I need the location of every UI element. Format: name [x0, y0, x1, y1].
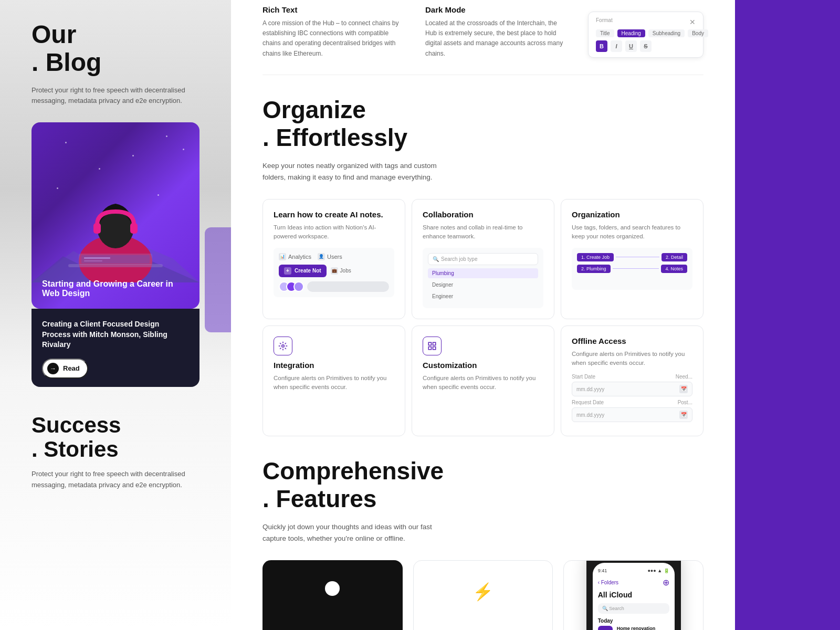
- request-date-field[interactable]: mm.dd.yyyy 📅: [572, 407, 692, 422]
- iphone-note-icon: [598, 626, 613, 630]
- engineer-label: Engineer: [432, 293, 453, 299]
- comprehensive-description: Quickly jot down your thoughts and ideas…: [262, 521, 452, 545]
- iphone-status-bar: 9:41 ●●● ▲ 🔋: [598, 568, 669, 573]
- svg-rect-15: [428, 346, 431, 349]
- integration-icon: [274, 337, 292, 355]
- collaboration-mockup: 🔍 Search job type Plumbing Designer Engi…: [423, 248, 543, 308]
- italic-button[interactable]: I: [611, 40, 622, 52]
- ai-notes-mockup: 📊 Analytics 👤 Users + Create Not: [274, 248, 394, 297]
- ai-notes-card: Learn how to create AI notes. Turn Ideas…: [262, 199, 405, 319]
- top-features-row: Rich Text A core mission of the Hub – to…: [262, 0, 704, 75]
- start-date-field[interactable]: mm.dd.yyyy 📅: [572, 382, 692, 396]
- iphone-action-icon[interactable]: ⊕: [663, 578, 669, 587]
- collab-search[interactable]: 🔍 Search job type: [428, 253, 538, 265]
- organize-description: Keep your notes neatly organized with ta…: [262, 160, 452, 184]
- success-title: Success . Stories: [32, 413, 200, 461]
- customization-description: Configure alerts on Primitives to notify…: [423, 374, 543, 392]
- flow-step-2: 2. Detail: [662, 253, 687, 261]
- customization-icon: [423, 337, 442, 355]
- comprehensive-title: Comprehensive . Features: [262, 457, 704, 513]
- lightning-icon: ⚡: [472, 582, 494, 602]
- simplicity-dot: [325, 581, 340, 596]
- iphone-screen: 9:41 ●●● ▲ 🔋 ‹ Folders ⊕ All iCloud 🔍 Se…: [593, 563, 675, 630]
- underline-button[interactable]: U: [625, 40, 637, 52]
- organization-card: Organization Use tags, folders, and sear…: [561, 199, 704, 319]
- create-note-button[interactable]: + Create Not: [279, 265, 327, 277]
- svg-point-11: [282, 344, 285, 347]
- post-label: Post...: [678, 400, 692, 405]
- iphone-note-item[interactable]: Home renovation project 9:41 AM · Projec…: [598, 626, 669, 630]
- collab-engineer[interactable]: Engineer: [428, 291, 538, 301]
- person-illustration: [58, 177, 173, 282]
- request-date-label: Request Date: [572, 400, 604, 405]
- iphone-title: All iCloud: [598, 591, 669, 599]
- start-date-label: Start Date: [572, 374, 595, 380]
- arrow-circle-icon: →: [47, 363, 59, 374]
- flow-step-4: 4. Notes: [661, 265, 687, 273]
- iphone-nav: ‹ Folders ⊕: [598, 578, 669, 587]
- title-tab[interactable]: Title: [596, 29, 614, 37]
- iphone-folders-label: Folders: [601, 580, 618, 585]
- format-buttons: B I U S: [596, 40, 696, 52]
- analytics-nav-item: 📊 Analytics: [279, 253, 311, 260]
- iphone-search-bar[interactable]: 🔍 Search: [598, 603, 669, 614]
- close-icon[interactable]: ✕: [689, 18, 696, 26]
- collab-plumbing[interactable]: Plumbing: [428, 268, 538, 278]
- blog-title-line2: . Blog: [32, 48, 101, 76]
- subheading-tab[interactable]: Subheading: [648, 29, 685, 37]
- analytics-icon: 📊: [279, 253, 286, 260]
- blog-card-main-title: Starting and Growing a Career in Web Des…: [42, 279, 173, 298]
- feature-grid: Learn how to create AI notes. Turn Ideas…: [262, 199, 704, 319]
- rich-text-feature: Rich Text A core mission of the Hub – to…: [262, 5, 404, 59]
- iphone-back-button[interactable]: ‹ Folders: [598, 580, 618, 585]
- svg-rect-13: [433, 342, 436, 345]
- success-title-line2: . Stories: [32, 437, 119, 461]
- org-flow: 1. Create Job 2. Detail: [577, 253, 687, 261]
- iphone-note-title: Home renovation project: [617, 626, 669, 630]
- blog-description: Protect your right to free speech with d…: [32, 85, 200, 107]
- flow-line-1: [616, 257, 659, 257]
- flow-line-2: [613, 268, 659, 269]
- offline-access-card: Offline Access Configure alerts on Primi…: [561, 326, 704, 437]
- strikethrough-button[interactable]: S: [640, 40, 652, 52]
- blog-title: Our . Blog: [32, 21, 200, 77]
- integration-description: Configure alerts on Primitives to notify…: [274, 374, 394, 392]
- success-title-line1: Success: [32, 413, 121, 437]
- dark-mode-title: Dark Mode: [425, 5, 567, 14]
- customization-title: Customization: [423, 361, 543, 370]
- customization-card: Customization Configure alerts on Primit…: [412, 326, 554, 437]
- bold-button[interactable]: B: [596, 40, 607, 52]
- users-nav-item: 👤 Users: [318, 253, 342, 260]
- offline-description: Configure alerts on Primitives to notify…: [572, 350, 692, 368]
- feature-row-bottom: Integration Configure alerts on Primitiv…: [262, 326, 704, 437]
- collab-designer[interactable]: Designer: [428, 280, 538, 290]
- integration-card: Integration Configure alerts on Primitiv…: [262, 326, 405, 437]
- svg-rect-9: [84, 257, 110, 259]
- main-content: Rich Text A core mission of the Hub – to…: [231, 0, 735, 630]
- blog-card-main[interactable]: Starting and Growing a Career in Web Des…: [32, 122, 200, 309]
- comprehensive-title-line2: . Features: [262, 485, 376, 512]
- designer-label: Designer: [432, 282, 453, 288]
- iphone-mockup: 9:41 ●●● ▲ 🔋 ‹ Folders ⊕ All iCloud 🔍 Se…: [586, 560, 681, 630]
- success-section: Success . Stories Protect your right to …: [32, 413, 200, 491]
- svg-rect-10: [84, 260, 102, 261]
- dark-mode-description: Located at the crossroads of the Interch…: [425, 18, 567, 59]
- svg-rect-14: [433, 346, 436, 349]
- iphone-today-label: Today: [598, 618, 669, 624]
- read-button[interactable]: → Read: [42, 359, 88, 379]
- rich-text-title: Rich Text: [262, 5, 404, 14]
- dark-mode-preview-card: Format ✕ Title Heading Subheading Body B…: [588, 5, 704, 59]
- organization-description: Use tags, folders, and search features t…: [572, 223, 692, 242]
- heading-tab[interactable]: Heading: [617, 29, 645, 37]
- collaboration-title: Collaboration: [423, 210, 543, 219]
- body-tab[interactable]: Body: [688, 29, 708, 37]
- ai-notes-nav: 📊 Analytics 👤 Users: [279, 253, 389, 260]
- dark-mode-feature: Dark Mode Located at the crossroads of t…: [425, 5, 567, 59]
- organize-title-line2: . Effortlessly: [262, 124, 407, 151]
- create-note-label: Create Not: [295, 268, 321, 274]
- plus-icon: +: [284, 267, 291, 275]
- blog-card-secondary[interactable]: Creating a Client Focused Design Process…: [32, 309, 200, 387]
- plumbing-label: Plumbing: [432, 270, 454, 276]
- search-icon: 🔍: [433, 256, 439, 262]
- iphone-search-placeholder: Search: [609, 606, 624, 611]
